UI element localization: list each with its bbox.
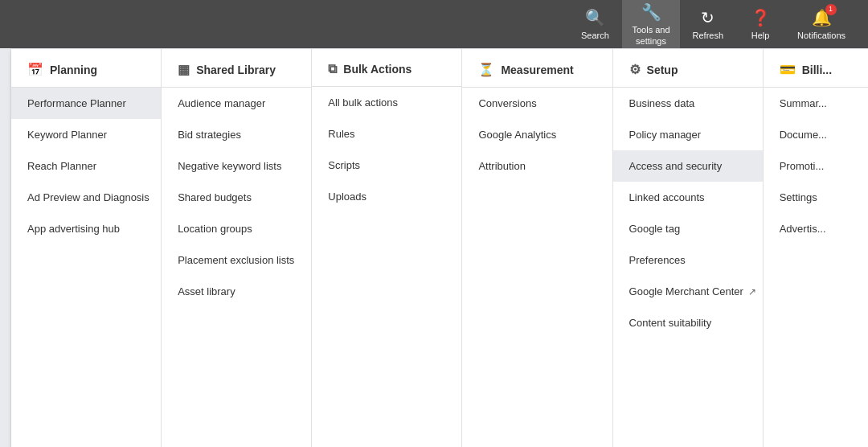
menu-item-ext-wrapper: Google Merchant Center↗: [629, 285, 747, 297]
column-header-label-bulk_actions: Bulk Actions: [343, 63, 411, 76]
menu-item-billing-4[interactable]: Advertis...: [764, 213, 868, 244]
notifications-label: Notifications: [797, 30, 845, 41]
column-header-label-shared_library: Shared Library: [196, 64, 276, 76]
menu-item-bulk_actions-0[interactable]: All bulk actions: [312, 87, 461, 118]
sidebar-strip-item: [0, 48, 10, 88]
column-header-label-billing: Billi...: [802, 64, 832, 76]
menu-item-billing-3[interactable]: Settings: [764, 182, 868, 213]
help-label: Help: [751, 30, 770, 41]
header-bar: 🔍 Search 🔧 Tools and settings ↻ Refresh …: [0, 0, 868, 48]
menu-item-billing-0[interactable]: Summar...: [764, 88, 868, 119]
column-header-label-planning: Planning: [50, 64, 97, 76]
bulk_actions-icon: ⧉: [328, 62, 337, 76]
refresh-label: Refresh: [693, 30, 724, 41]
menu-item-billing-2[interactable]: Promoti...: [764, 150, 868, 182]
menu-item-planning-1[interactable]: Keyword Planner: [11, 119, 161, 150]
tools-settings-button[interactable]: 🔧 Tools and settings: [622, 0, 679, 51]
column-header-planning: 📅Planning: [11, 49, 161, 88]
help-icon: ❓: [751, 7, 771, 28]
refresh-icon: ↻: [701, 7, 714, 28]
notifications-icon: 🔔 1: [812, 7, 832, 28]
menu-item-shared_library-6[interactable]: Asset library: [162, 276, 311, 307]
menu-column-measurement: ⏳MeasurementConversionsGoogle AnalyticsA…: [462, 49, 612, 447]
menu-item-bulk_actions-1[interactable]: Rules: [312, 118, 461, 150]
menu-item-setup-4[interactable]: Google tag: [613, 213, 763, 244]
menu-column-setup: ⚙SetupBusiness dataPolicy managerAccess …: [613, 49, 764, 447]
menu-item-measurement-2[interactable]: Attribution: [462, 150, 612, 182]
menu-item-shared_library-2[interactable]: Negative keyword lists: [162, 150, 311, 182]
menu-item-setup-6[interactable]: Google Merchant Center↗: [613, 276, 763, 307]
column-header-label-measurement: Measurement: [501, 64, 573, 76]
column-header-label-setup: Setup: [647, 64, 678, 76]
menu-item-setup-5[interactable]: Preferences: [613, 244, 763, 276]
setup-icon: ⚙: [629, 62, 641, 77]
menu-item-setup-2[interactable]: Access and security: [613, 150, 763, 182]
dropdown-menu: 📅PlanningPerformance PlannerKeyword Plan…: [11, 48, 868, 447]
measurement-icon: ⏳: [478, 62, 494, 77]
menu-item-planning-4[interactable]: App advertising hub: [11, 213, 161, 244]
tools-icon: 🔧: [641, 2, 661, 23]
sidebar-strip: [0, 48, 11, 447]
menu-item-setup-1[interactable]: Policy manager: [613, 119, 763, 150]
column-header-setup: ⚙Setup: [613, 49, 763, 88]
search-label: Search: [581, 30, 609, 41]
menu-column-bulk_actions: ⧉Bulk ActionsAll bulk actionsRulesScript…: [312, 49, 462, 447]
menu-item-shared_library-3[interactable]: Shared budgets: [162, 182, 311, 213]
menu-item-shared_library-0[interactable]: Audience manager: [162, 88, 311, 119]
menu-column-planning: 📅PlanningPerformance PlannerKeyword Plan…: [11, 49, 162, 447]
menu-item-measurement-0[interactable]: Conversions: [462, 88, 612, 119]
menu-item-shared_library-5[interactable]: Placement exclusion lists: [162, 244, 311, 276]
menu-item-billing-1[interactable]: Docume...: [764, 119, 868, 150]
menu-item-planning-3[interactable]: Ad Preview and Diagnosis: [11, 182, 161, 213]
menu-item-bulk_actions-3[interactable]: Uploads: [312, 181, 461, 212]
menu-item-setup-3[interactable]: Linked accounts: [613, 182, 763, 213]
menu-item-shared_library-1[interactable]: Bid strategies: [162, 119, 311, 150]
search-icon: 🔍: [585, 7, 605, 28]
notifications-button[interactable]: 🔔 1 Notifications: [788, 2, 855, 46]
menu-item-setup-7[interactable]: Content suitability: [613, 307, 763, 338]
column-header-measurement: ⏳Measurement: [462, 49, 612, 88]
menu-column-billing: 💳Billi...Summar...Docume...Promoti...Set…: [764, 49, 868, 447]
menu-item-measurement-1[interactable]: Google Analytics: [462, 119, 612, 150]
menu-item-shared_library-4[interactable]: Location groups: [162, 213, 311, 244]
menu-column-shared_library: ▦Shared LibraryAudience managerBid strat…: [162, 49, 312, 447]
menu-item-planning-0[interactable]: Performance Planner: [11, 88, 161, 119]
column-header-bulk_actions: ⧉Bulk Actions: [312, 49, 461, 87]
billing-icon: 💳: [780, 62, 796, 77]
sidebar-strip-item: [0, 88, 10, 129]
column-header-shared_library: ▦Shared Library: [162, 49, 311, 88]
refresh-button[interactable]: ↻ Refresh: [683, 2, 734, 46]
tools-label: Tools and settings: [632, 24, 669, 47]
help-button[interactable]: ❓ Help: [736, 2, 784, 46]
shared_library-icon: ▦: [178, 62, 190, 77]
menu-item-planning-2[interactable]: Reach Planner: [11, 150, 161, 182]
menu-item-bulk_actions-2[interactable]: Scripts: [312, 150, 461, 181]
notifications-badge: 1: [825, 4, 837, 15]
external-link-icon: ↗: [748, 286, 756, 297]
menu-item-text: Google Merchant Center: [629, 285, 743, 297]
header-actions: 🔍 Search 🔧 Tools and settings ↻ Refresh …: [571, 0, 855, 51]
column-header-billing: 💳Billi...: [764, 49, 868, 88]
menu-item-setup-0[interactable]: Business data: [613, 88, 763, 119]
planning-icon: 📅: [27, 62, 43, 77]
search-button[interactable]: 🔍 Search: [571, 2, 619, 46]
